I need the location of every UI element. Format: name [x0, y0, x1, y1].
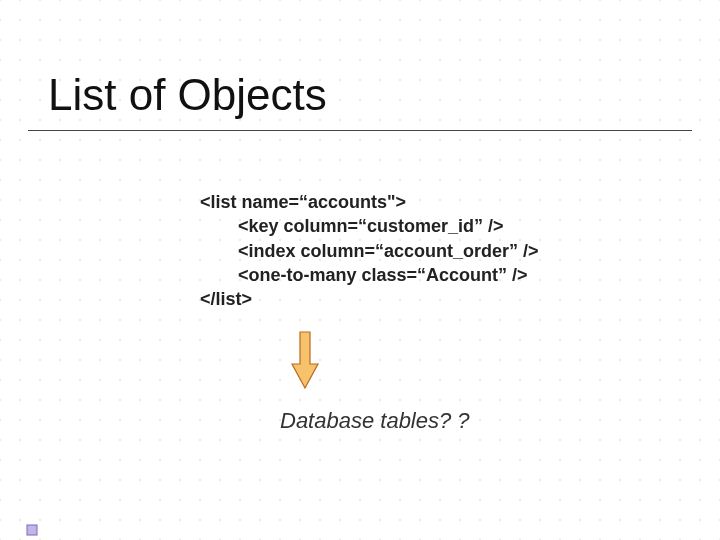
slide: List of Objects <list name=“accounts"> <…: [0, 0, 720, 540]
code-block: <list name=“accounts"> <key column=“cust…: [200, 190, 539, 311]
page-title: List of Objects: [48, 70, 327, 120]
code-line-3: <index column=“account_order” />: [200, 239, 539, 263]
code-line-5: </list>: [200, 289, 252, 309]
svg-rect-0: [27, 525, 37, 535]
down-arrow-icon: [290, 330, 320, 390]
caption: Database tables? ?: [280, 408, 470, 434]
code-line-4: <one-to-many class=“Account” />: [200, 263, 539, 287]
square-bullet-icon: [26, 524, 38, 536]
title-underline: [28, 130, 692, 131]
code-line-2: <key column=“customer_id” />: [200, 214, 539, 238]
code-line-1: <list name=“accounts">: [200, 192, 406, 212]
